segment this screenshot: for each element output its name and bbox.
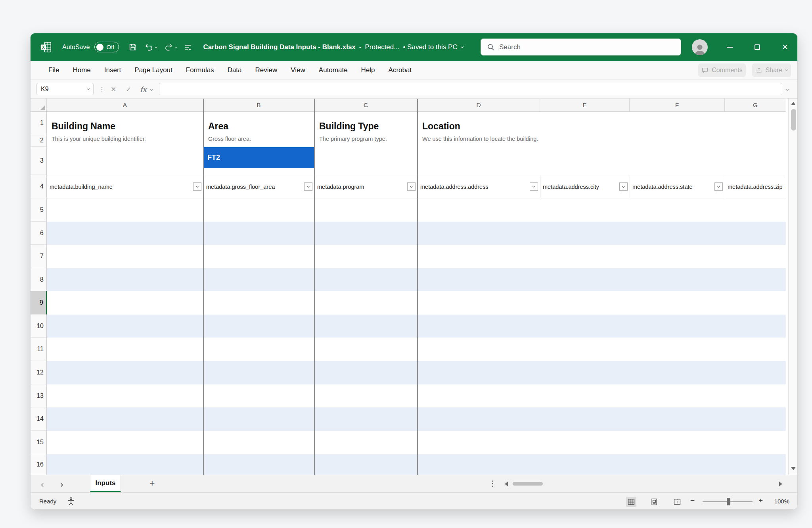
menu-formulas[interactable]: Formulas [179, 66, 221, 74]
confirm-entry-button[interactable]: ✓ [126, 80, 131, 99]
row-header-10[interactable]: 10 [31, 315, 47, 338]
menu-automate[interactable]: Automate [312, 66, 354, 74]
column-header-A[interactable]: A [47, 99, 203, 111]
cell-C4-dropdown-button[interactable] [407, 182, 416, 191]
close-button[interactable]: ✕ [776, 33, 794, 61]
share-button[interactable]: Share [752, 63, 791, 77]
sheet-nav-right-button[interactable] [60, 481, 63, 488]
grid-row-9[interactable] [47, 291, 786, 315]
insert-function-button[interactable]: fx [140, 80, 147, 99]
row-header-6[interactable]: 6 [31, 222, 47, 245]
row-header-14[interactable]: 14 [31, 407, 47, 431]
cell-A2[interactable]: This is your unique building identifier. [52, 136, 146, 142]
column-header-F[interactable]: F [630, 99, 725, 111]
redo-dropdown-chevron-icon[interactable] [174, 46, 177, 48]
normal-view-button[interactable] [626, 497, 636, 507]
cell-E4[interactable]: metadata.address.city [540, 175, 630, 198]
row-header-12[interactable]: 12 [31, 361, 47, 384]
protected-label[interactable]: Protected... [365, 43, 400, 51]
menu-help[interactable]: Help [354, 66, 382, 74]
cell-B4-dropdown-button[interactable] [304, 182, 312, 191]
grid-row-13[interactable] [47, 384, 786, 407]
row-header-2[interactable]: 2 [31, 134, 47, 147]
grid-row-12[interactable] [47, 361, 786, 384]
row-header-3[interactable]: 3 [31, 147, 47, 175]
cell-B3-unit[interactable]: FT2 [204, 147, 314, 168]
zoom-slider-thumb[interactable] [727, 498, 730, 505]
row-header-1[interactable]: 1 [31, 112, 47, 134]
column-header-G[interactable]: G [725, 99, 786, 111]
grid-row-8[interactable] [47, 268, 786, 291]
scroll-up-arrow-icon[interactable] [791, 102, 796, 105]
vertical-scrollbar-thumb[interactable] [791, 109, 796, 131]
cell-F4[interactable]: metadata.address.state [630, 175, 725, 198]
zoom-out-button[interactable]: − [690, 496, 695, 505]
undo-button[interactable] [144, 43, 157, 52]
row-header-7[interactable]: 7 [31, 245, 47, 268]
row-header-11[interactable]: 11 [31, 338, 47, 361]
row-header-5[interactable]: 5 [31, 198, 47, 222]
grid-row-6[interactable] [47, 222, 786, 245]
menu-home[interactable]: Home [66, 66, 97, 74]
grid-row-7[interactable] [47, 245, 786, 268]
undo-dropdown-chevron-icon[interactable] [155, 46, 157, 48]
column-header-B[interactable]: B [203, 99, 314, 111]
cell-A4-dropdown-button[interactable] [193, 182, 201, 191]
cell-D4[interactable]: metadata.address.address [417, 175, 540, 198]
column-header-E[interactable]: E [540, 99, 630, 111]
cell-C1[interactable]: Building Type [319, 121, 379, 132]
redo-button[interactable] [164, 43, 177, 52]
scroll-down-arrow-icon[interactable] [791, 467, 796, 470]
saved-location-label[interactable]: • Saved to this PC [403, 43, 457, 51]
add-sheet-button[interactable]: + [149, 478, 155, 489]
maximize-button[interactable] [748, 33, 766, 61]
page-break-view-button[interactable] [672, 497, 682, 507]
row-header-16[interactable]: 16 [31, 454, 47, 475]
horizontal-scrollbar-thumb[interactable] [513, 482, 543, 486]
menu-view[interactable]: View [284, 66, 312, 74]
sheet-tab-inputs[interactable]: Inputs [90, 475, 121, 492]
sheet-nav-left-button[interactable] [42, 481, 44, 488]
page-layout-view-button[interactable] [649, 497, 659, 507]
hscroll-right-arrow-icon[interactable] [779, 482, 782, 486]
cancel-entry-button[interactable]: ✕ [111, 80, 116, 99]
cell-D1[interactable]: Location [422, 121, 460, 132]
autosave-toggle[interactable]: Off [94, 42, 119, 52]
menu-data[interactable]: Data [221, 66, 249, 74]
excel-app-icon[interactable]: X [40, 41, 52, 53]
hscroll-left-arrow-icon[interactable] [505, 482, 508, 486]
row-header-9-selected[interactable]: 9 [31, 291, 47, 315]
cell-D4-dropdown-button[interactable] [530, 182, 538, 191]
formula-bar-expand-chevron-icon[interactable] [786, 80, 788, 99]
select-all-corner[interactable] [31, 99, 47, 111]
fx-chevron-down-icon[interactable] [151, 80, 153, 99]
save-button[interactable] [128, 43, 137, 52]
row-header-4[interactable]: 4 [31, 175, 47, 198]
menu-acrobat[interactable]: Acrobat [382, 66, 419, 74]
zoom-in-button[interactable]: + [758, 496, 763, 505]
title-chevron-down-icon[interactable] [461, 45, 463, 48]
customize-toolbar-button[interactable] [184, 43, 192, 51]
row-header-8[interactable]: 8 [31, 268, 47, 291]
grid-row-5[interactable] [47, 198, 786, 222]
user-avatar[interactable] [692, 39, 708, 55]
zoom-level[interactable]: 100% [769, 498, 789, 505]
cell-A4[interactable]: metadata.building_name [47, 175, 203, 198]
grid-row-14[interactable] [47, 407, 786, 431]
cell-C2[interactable]: The primary program type. [319, 136, 387, 142]
cell-E4-dropdown-button[interactable] [619, 182, 628, 191]
accessibility-checker-button[interactable] [67, 497, 75, 507]
formula-input[interactable] [159, 83, 782, 95]
row-header-13[interactable]: 13 [31, 384, 47, 407]
cell-D2[interactable]: We use this information to locate the bu… [422, 136, 538, 142]
comments-button[interactable]: Comments [698, 63, 746, 77]
grid-row-11[interactable] [47, 338, 786, 361]
menu-review[interactable]: Review [249, 66, 284, 74]
grid-row-15[interactable] [47, 431, 786, 454]
search-input[interactable] [499, 43, 666, 51]
name-box[interactable]: K9 [36, 83, 94, 95]
cell-F4-dropdown-button[interactable] [714, 182, 723, 191]
cell-B4[interactable]: metadata.gross_floor_area [203, 175, 314, 198]
row-header-15[interactable]: 15 [31, 431, 47, 454]
grid-row-10[interactable] [47, 315, 786, 338]
